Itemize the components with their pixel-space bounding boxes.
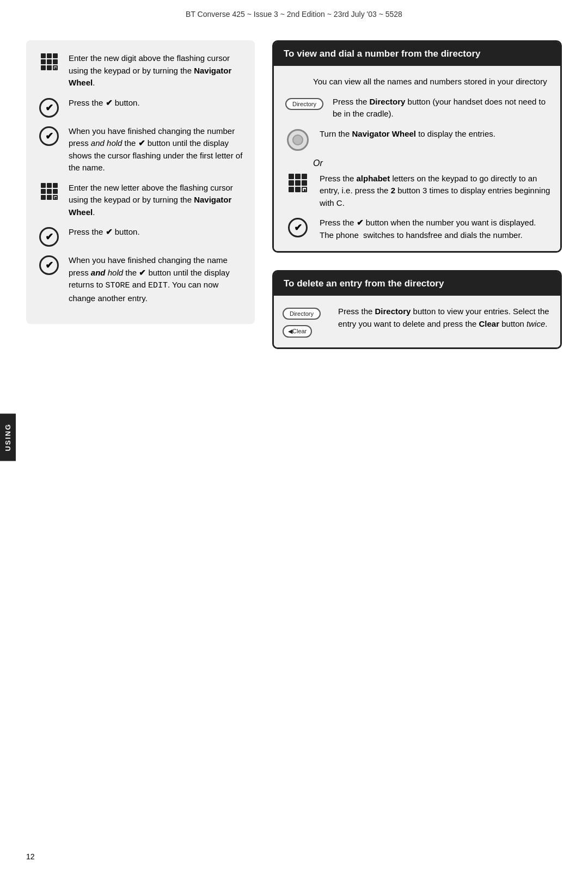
left-box: ▶ Enter the new digit above the flashing…: [26, 40, 255, 324]
view-dial-header: To view and dial a number from the direc…: [274, 42, 560, 66]
delete-step-1-text: Press the Directory button to view your …: [338, 305, 552, 330]
check-icon-1: ✔: [37, 98, 61, 118]
keypad-icon-2: ▶: [37, 183, 61, 200]
delete-section: To delete an entry from the directory Di…: [272, 270, 562, 349]
view-intro: You can view all the names and numbers s…: [283, 76, 552, 88]
check-circle: ✔: [39, 98, 59, 118]
directory-icon-1: Directory: [283, 97, 326, 110]
check-circle-4: ✔: [39, 255, 59, 275]
check-circle-3: ✔: [39, 227, 59, 247]
left-column: ▶ Enter the new digit above the flashing…: [26, 40, 255, 359]
using-tab: USING: [0, 413, 16, 461]
step-3-text: When you have finished changing the numb…: [69, 125, 244, 174]
step-2-text: Press the ✔ button.: [69, 97, 244, 109]
step-3: ✔ When you have finished changing the nu…: [37, 125, 244, 174]
view-dial-body: You can view all the names and numbers s…: [274, 66, 560, 251]
step-5-text: Press the ✔ button.: [69, 226, 244, 239]
view-step-check-text: Press the ✔ button when the number you w…: [320, 217, 552, 241]
check-icon-right: ✔: [283, 218, 313, 237]
header-text: BT Converse 425 ~ Issue 3 ~ 2nd Edition …: [186, 10, 402, 19]
view-step-directory-text: Press the Directory button (your handset…: [333, 96, 552, 120]
view-step-navwheel-text: Turn the Navigator Wheel to display the …: [320, 128, 552, 140]
clear-button: ◀Clear: [283, 325, 312, 338]
or-divider: Or: [283, 158, 552, 168]
check-icon-2: ✔: [37, 126, 61, 146]
step-4-text: Enter the new letter above the flashing …: [69, 182, 244, 219]
step-6: ✔ When you have finished changing the na…: [37, 254, 244, 304]
delete-step-1: Directory ◀Clear Press the Directory but…: [283, 305, 552, 338]
nav-wheel: [287, 129, 309, 151]
delete-icons: Directory ◀Clear: [283, 307, 332, 338]
check-circle-right: ✔: [288, 218, 308, 237]
check-circle-2: ✔: [39, 126, 59, 146]
check-icon-4: ✔: [37, 255, 61, 275]
view-step-check: ✔ Press the ✔ button when the number you…: [283, 217, 552, 241]
step-1: ▶ Enter the new digit above the flashing…: [37, 52, 244, 89]
keypad-icon-1: ▶: [37, 53, 61, 70]
keypad-icon-2: ▶: [41, 183, 58, 200]
page-header: BT Converse 425 ~ Issue 3 ~ 2nd Edition …: [0, 0, 588, 24]
step-4: ▶ Enter the new letter above the flashin…: [37, 182, 244, 219]
keypad-icon: ▶: [41, 53, 58, 70]
page-number: 12: [26, 852, 35, 861]
directory-button: Directory: [285, 98, 323, 110]
nav-wheel-icon: [283, 129, 313, 151]
step-6-text: When you have finished changing the name…: [69, 254, 244, 304]
delete-body: Directory ◀Clear Press the Directory but…: [274, 296, 560, 347]
right-column: To view and dial a number from the direc…: [272, 40, 562, 359]
main-content: ▶ Enter the new digit above the flashing…: [26, 40, 562, 359]
keypad-icon-lg: ▶: [289, 174, 307, 192]
check-icon-3: ✔: [37, 227, 61, 247]
view-intro-text: You can view all the names and numbers s…: [313, 76, 552, 88]
view-step-directory: Directory Press the Directory button (yo…: [283, 96, 552, 120]
step-5: ✔ Press the ✔ button.: [37, 226, 244, 247]
delete-header: To delete an entry from the directory: [274, 272, 560, 296]
directory-button-delete: Directory: [283, 308, 321, 320]
step-2: ✔ Press the ✔ button.: [37, 97, 244, 118]
view-dial-section: To view and dial a number from the direc…: [272, 40, 562, 253]
or-text: Or: [313, 158, 552, 168]
view-step-navwheel: Turn the Navigator Wheel to display the …: [283, 128, 552, 151]
keypad-icon-right: ▶: [283, 174, 313, 192]
step-1-text: Enter the new digit above the flashing c…: [69, 52, 244, 89]
view-step-keypad-text: Press the alphabet letters on the keypad…: [320, 173, 552, 210]
view-step-keypad: ▶ Press the alphabet letters on the keyp…: [283, 173, 552, 210]
